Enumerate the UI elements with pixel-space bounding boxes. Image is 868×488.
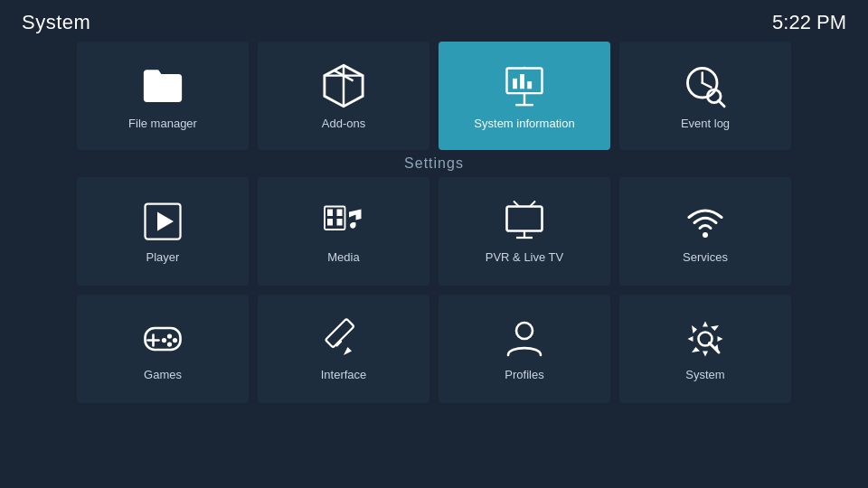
tile-system-information[interactable]: System information xyxy=(439,42,610,150)
tile-games-label: Games xyxy=(144,368,182,381)
media-icon xyxy=(322,200,365,243)
page-title: System xyxy=(22,11,90,34)
settings-grid: Player Media xyxy=(0,177,868,403)
tile-add-ons[interactable]: Add-ons xyxy=(258,42,429,150)
svg-marker-33 xyxy=(344,347,352,355)
folder-icon xyxy=(139,62,186,109)
tile-file-manager[interactable]: File manager xyxy=(77,42,249,150)
play-icon xyxy=(141,200,184,243)
svg-rect-15 xyxy=(327,209,333,216)
svg-point-30 xyxy=(167,342,172,346)
svg-point-29 xyxy=(173,337,177,342)
svg-point-28 xyxy=(167,333,172,338)
person-icon xyxy=(503,317,546,361)
wifi-icon xyxy=(684,200,727,243)
tv-icon xyxy=(503,200,546,243)
tile-add-ons-label: Add-ons xyxy=(322,117,365,130)
svg-line-11 xyxy=(719,100,725,107)
tile-event-log-label: Event log xyxy=(681,117,730,130)
svg-line-9 xyxy=(703,82,712,87)
svg-rect-3 xyxy=(520,74,524,89)
tile-player-label: Player xyxy=(146,250,180,264)
tile-media-label: Media xyxy=(327,250,359,264)
tile-pvr-live-tv[interactable]: PVR & Live TV xyxy=(439,177,610,286)
tile-games[interactable]: Games xyxy=(77,295,249,403)
gamepad-icon xyxy=(141,317,184,361)
svg-point-24 xyxy=(703,232,708,238)
tile-profiles-label: Profiles xyxy=(505,368,543,381)
settings-section-label: Settings xyxy=(0,155,868,172)
tile-system-information-label: System information xyxy=(474,117,574,130)
tile-profiles[interactable]: Profiles xyxy=(439,295,610,403)
box-icon xyxy=(320,62,367,109)
tile-pvr-live-tv-label: PVR & Live TV xyxy=(486,250,563,264)
gear-icon xyxy=(684,317,727,361)
svg-point-35 xyxy=(516,323,533,339)
tile-media[interactable]: Media xyxy=(258,177,429,286)
svg-rect-19 xyxy=(507,206,542,230)
tile-services-label: Services xyxy=(683,250,728,264)
tile-services[interactable]: Services xyxy=(619,177,791,286)
tile-event-log[interactable]: Event log xyxy=(619,42,791,150)
clock-search-icon xyxy=(682,62,729,109)
settings-row-1: Player Media xyxy=(18,177,850,286)
tile-system-label: System xyxy=(685,368,724,381)
presentation-icon xyxy=(501,62,548,109)
svg-marker-13 xyxy=(157,211,174,230)
tile-interface[interactable]: Interface xyxy=(258,295,429,403)
tile-player[interactable]: Player xyxy=(77,177,249,286)
svg-rect-4 xyxy=(527,81,532,89)
clock: 5:22 PM xyxy=(772,11,846,34)
tile-interface-label: Interface xyxy=(321,368,367,381)
tile-system[interactable]: System xyxy=(619,295,791,403)
settings-row-2: Games Interface Profiles xyxy=(18,295,850,403)
svg-rect-18 xyxy=(337,219,343,226)
svg-rect-16 xyxy=(337,209,343,216)
header: System 5:22 PM xyxy=(0,0,868,42)
tile-file-manager-label: File manager xyxy=(128,117,197,130)
svg-rect-2 xyxy=(513,78,517,88)
svg-rect-17 xyxy=(327,219,333,226)
pencil-icon xyxy=(322,317,365,361)
top-tile-row: File manager Add-ons System information xyxy=(0,42,868,150)
svg-point-31 xyxy=(162,337,166,342)
